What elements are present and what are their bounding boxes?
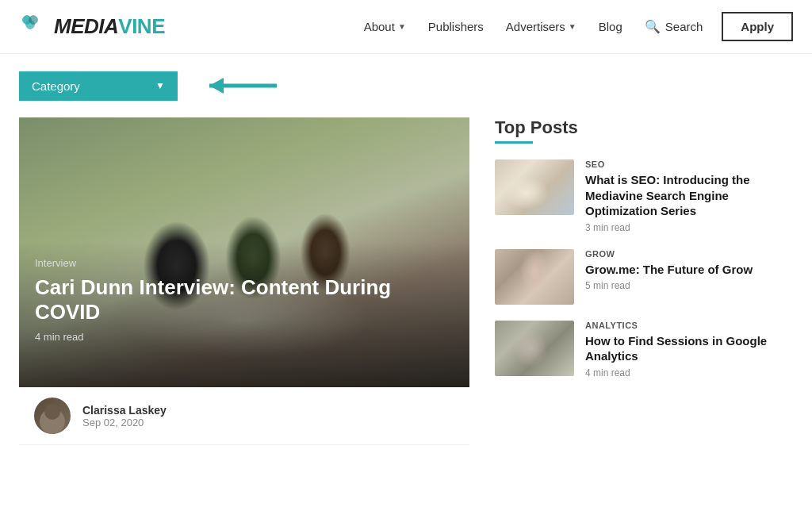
nav-publishers[interactable]: Publishers [419,13,493,40]
main-content: Category ▼ Interview Cari Dunn Interview… [0,54,812,461]
post-thumbnail-1 [495,159,574,215]
search-label: Search [665,20,703,33]
search-icon: 🔍 [645,19,661,34]
featured-author-bar: Clarissa Laskey Sep 02, 2020 [19,387,469,445]
author-date: Sep 02, 2020 [82,417,167,428]
top-posts-section: Top Posts SEO What is SEO: Introducing t… [495,117,793,394]
list-item[interactable]: SEO What is SEO: Introducing the Mediavi… [495,159,793,233]
post-thumbnail-3 [495,321,574,376]
featured-post[interactable]: Interview Cari Dunn Interview: Content D… [19,117,469,445]
main-nav: About ▼ Publishers Advertisers ▼ Blog 🔍 … [354,12,793,41]
content-row: Interview Cari Dunn Interview: Content D… [19,117,793,445]
post-read-time-2: 5 min read [585,280,753,291]
logo-icon [19,10,49,44]
nav-blog-label: Blog [599,20,622,33]
post-meta-3: Analytics How to Find Sessions in Google… [585,321,793,378]
category-label: Category [32,79,80,93]
top-posts-divider [495,141,533,144]
apply-button[interactable]: Apply [722,12,793,41]
list-item[interactable]: Analytics How to Find Sessions in Google… [495,321,793,378]
nav-publishers-label: Publishers [428,20,484,33]
svg-marker-1 [209,78,224,94]
featured-image: Interview Cari Dunn Interview: Content D… [19,117,469,387]
about-chevron-icon: ▼ [398,22,406,31]
post-read-time-3: 4 min read [585,367,793,378]
logo-text: MEDIAVINE [54,14,165,39]
featured-overlay: Interview Cari Dunn Interview: Content D… [19,241,469,387]
top-posts-title: Top Posts [495,117,793,138]
post-meta-2: Grow Grow.me: The Future of Grow 5 min r… [585,249,753,292]
advertisers-chevron-icon: ▼ [569,22,576,31]
featured-category: Interview [35,257,454,269]
nav-advertisers[interactable]: Advertisers ▼ [496,13,586,40]
post-meta-1: SEO What is SEO: Introducing the Mediavi… [585,159,793,233]
featured-title: Cari Dunn Interview: Content During COVI… [35,275,454,325]
nav-about[interactable]: About ▼ [354,13,416,40]
post-title-2: Grow.me: The Future of Grow [585,262,753,278]
arrow-graphic [193,70,304,102]
post-title-3: How to Find Sessions in Google Analytics [585,333,793,364]
author-info: Clarissa Laskey Sep 02, 2020 [82,404,167,428]
post-tag-3: Analytics [585,321,793,330]
post-thumbnail-2 [495,249,574,305]
site-header: MEDIAVINE About ▼ Publishers Advertisers… [0,0,812,54]
avatar [32,395,73,436]
post-tag-1: SEO [585,159,793,169]
post-tag-2: Grow [585,249,753,259]
post-title-1: What is SEO: Introducing the Mediavine S… [585,172,793,219]
logo[interactable]: MEDIAVINE [19,10,165,44]
nav-blog[interactable]: Blog [589,13,632,40]
list-item[interactable]: Grow Grow.me: The Future of Grow 5 min r… [495,249,793,305]
featured-read-time: 4 min read [35,331,454,343]
author-name: Clarissa Laskey [82,404,167,417]
pointing-arrow [193,70,304,102]
category-chevron-icon: ▼ [155,80,165,91]
nav-advertisers-label: Advertisers [506,20,565,33]
search-button[interactable]: 🔍 Search [635,13,713,40]
category-dropdown[interactable]: Category ▼ [19,71,178,101]
nav-about-label: About [364,20,395,33]
post-read-time-1: 3 min read [585,222,793,233]
category-row: Category ▼ [19,70,793,102]
